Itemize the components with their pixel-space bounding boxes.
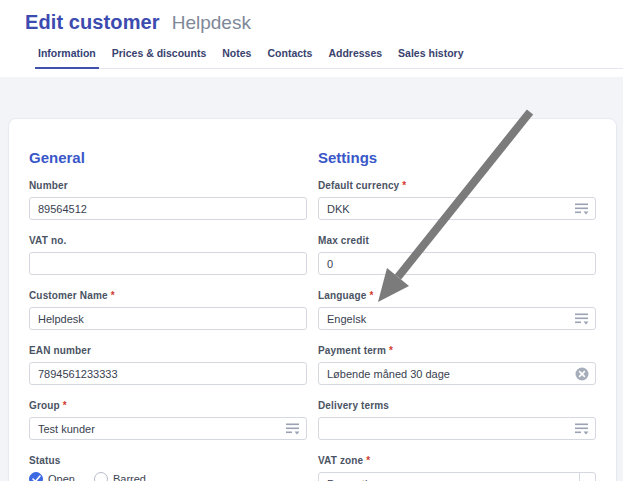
status-option-barred[interactable]: Barred [94,472,146,481]
required-asterisk: * [366,455,370,466]
vat-zone-combobox[interactable] [318,472,596,481]
form-card: General Number VAT no. C [8,118,617,481]
field-language: Language* [318,289,596,330]
field-payment-term: Payment term* [318,344,596,385]
clear-icon[interactable] [575,367,589,381]
tab-contacts[interactable]: Contacts [266,47,313,68]
combo-dropdown-icon[interactable] [286,422,300,435]
section-general: General Number VAT no. C [29,149,307,481]
customer-name-input[interactable] [29,307,307,330]
delivery-terms-label: Delivery terms [318,400,389,411]
payment-term-label: Payment term [318,345,386,356]
status-radio-group: Open Barred [29,472,307,481]
ean-number-input[interactable] [29,362,307,385]
field-vat-zone: VAT zone* [318,454,596,481]
radio-selected-icon[interactable] [29,472,43,481]
vat-no-input[interactable] [29,252,307,275]
page-title: Edit customer [25,11,160,34]
status-option-open[interactable]: Open [29,472,75,481]
status-open-label: Open [48,473,75,481]
language-combobox[interactable] [318,307,596,330]
section-settings: Settings Default currency* [318,149,596,481]
field-status: Status Open Barred [29,454,307,481]
page-header: Edit customer Helpdesk Information Price… [0,0,623,69]
vat-no-label: VAT no. [29,235,66,246]
number-label: Number [29,180,68,191]
delivery-terms-combobox[interactable] [318,417,596,440]
number-input[interactable] [29,197,307,220]
field-delivery-terms: Delivery terms [318,399,596,440]
required-asterisk: * [389,345,393,356]
content-area: General Number VAT no. C [0,77,623,481]
edit-customer-screen: Edit customer Helpdesk Information Price… [0,0,623,481]
combo-dropdown-icon[interactable] [575,422,589,435]
default-currency-combobox[interactable] [318,197,596,220]
page-subtitle: Helpdesk [172,12,251,34]
tab-prices-discounts[interactable]: Prices & discounts [111,47,208,68]
settings-heading: Settings [318,149,596,167]
tab-information[interactable]: Information [37,47,97,68]
combo-dropdown-icon[interactable] [575,312,589,325]
group-combobox[interactable] [29,417,307,440]
required-asterisk: * [369,290,373,301]
combo-divider [579,473,580,481]
tab-sales-history[interactable]: Sales history [397,47,464,68]
max-credit-input[interactable] [318,252,596,275]
field-ean-number: EAN number [29,344,307,385]
group-label: Group [29,400,60,411]
ean-number-label: EAN number [29,345,91,356]
tab-bar: Information Prices & discounts Notes Con… [37,47,623,69]
required-asterisk: * [63,400,67,411]
general-heading: General [29,149,307,167]
required-asterisk: * [111,290,115,301]
vat-zone-label: VAT zone [318,455,363,466]
field-max-credit: Max credit [318,234,596,275]
field-customer-name: Customer Name* [29,289,307,330]
check-icon [32,475,41,481]
title-row: Edit customer Helpdesk [25,11,623,34]
field-vat-no: VAT no. [29,234,307,275]
payment-term-combobox[interactable] [318,362,596,385]
tab-addresses[interactable]: Addresses [327,47,383,68]
field-group: Group* [29,399,307,440]
customer-name-label: Customer Name [29,290,108,301]
field-default-currency: Default currency* [318,179,596,220]
max-credit-label: Max credit [318,235,369,246]
tab-notes[interactable]: Notes [221,47,252,68]
language-label: Language [318,290,366,301]
default-currency-label: Default currency [318,180,399,191]
status-label: Status [29,455,60,466]
status-barred-label: Barred [113,473,146,481]
field-number: Number [29,179,307,220]
combo-dropdown-icon[interactable] [575,202,589,215]
radio-unselected-icon[interactable] [94,472,108,481]
required-asterisk: * [402,180,406,191]
